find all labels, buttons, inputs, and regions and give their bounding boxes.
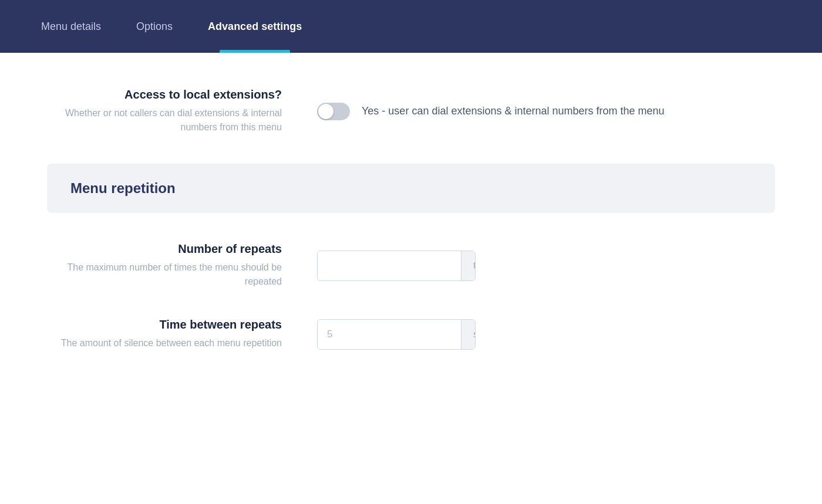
access-extensions-toggle-wrapper: Yes - user can dial extensions & interna… — [317, 103, 665, 120]
time-between-repeats-row: Time between repeats The amount of silen… — [47, 318, 775, 350]
number-of-repeats-title: Number of repeats — [47, 242, 282, 256]
number-of-repeats-input[interactable] — [318, 251, 461, 280]
tab-menu-details[interactable]: Menu details — [23, 0, 119, 53]
time-between-repeats-suffix: seconds — [461, 320, 476, 349]
time-between-repeats-desc: The amount of silence between each menu … — [47, 336, 282, 350]
toggle-knob — [318, 104, 333, 119]
number-of-repeats-control: times — [317, 251, 775, 281]
access-extensions-row: Access to local extensions? Whether or n… — [47, 88, 775, 134]
navigation-bar: Menu details Options Advanced settings — [0, 0, 822, 53]
tab-options[interactable]: Options — [119, 0, 190, 53]
number-of-repeats-label-group: Number of repeats The maximum number of … — [47, 242, 317, 289]
number-of-repeats-input-group: times — [317, 251, 476, 281]
number-of-repeats-desc: The maximum number of times the menu sho… — [47, 261, 282, 289]
menu-repetition-title: Menu repetition — [70, 180, 176, 196]
access-extensions-title: Access to local extensions? — [47, 88, 282, 102]
time-between-repeats-label-group: Time between repeats The amount of silen… — [47, 318, 317, 350]
time-between-repeats-control: seconds — [317, 319, 775, 350]
time-between-repeats-input-group: seconds — [317, 319, 476, 350]
access-extensions-control: Yes - user can dial extensions & interna… — [317, 103, 775, 120]
access-extensions-label-group: Access to local extensions? Whether or n… — [47, 88, 317, 134]
menu-repetition-banner: Menu repetition — [47, 164, 775, 213]
access-extensions-toggle[interactable] — [317, 103, 350, 120]
number-of-repeats-suffix: times — [461, 251, 476, 280]
access-extensions-toggle-label: Yes - user can dial extensions & interna… — [362, 105, 665, 117]
main-content: Access to local extensions? Whether or n… — [0, 53, 822, 415]
number-of-repeats-row: Number of repeats The maximum number of … — [47, 242, 775, 289]
time-between-repeats-title: Time between repeats — [47, 318, 282, 332]
tab-advanced-settings[interactable]: Advanced settings — [190, 0, 319, 53]
access-extensions-desc: Whether or not callers can dial extensio… — [47, 106, 282, 134]
time-between-repeats-input[interactable] — [318, 320, 461, 349]
